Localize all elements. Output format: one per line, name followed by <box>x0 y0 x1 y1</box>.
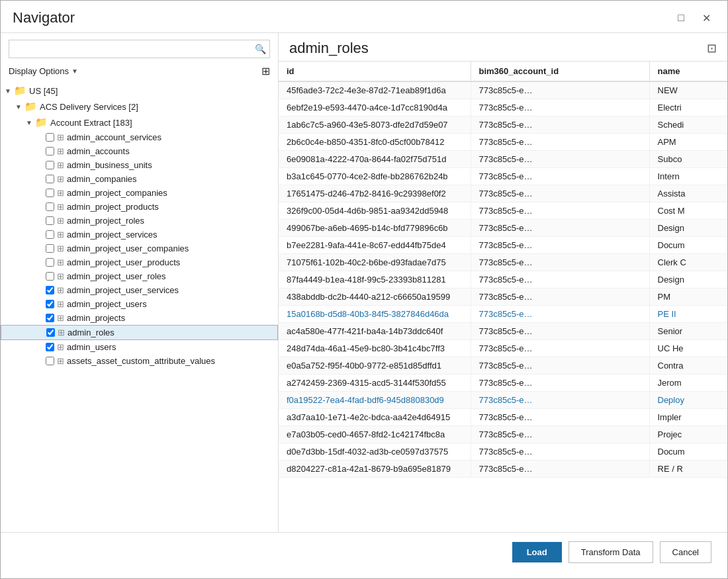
tree-item-admin_project_companies[interactable]: ⊞admin_project_companies <box>1 186 278 200</box>
col-header-bim360_account_id: bim360_account_id <box>471 62 649 81</box>
tree-item-admin_users[interactable]: ⊞admin_users <box>1 340 278 354</box>
table-icon: ⊞ <box>57 244 64 253</box>
cell-name: Docum <box>649 237 727 254</box>
checkbox-admin_roles[interactable] <box>46 328 55 337</box>
tree-item-label: admin_users <box>67 342 116 352</box>
cell-bim360_account_id: 773c85c5-e… <box>471 168 649 185</box>
tree-item-account_extract[interactable]: ▼📁Account Extract [183] <box>1 114 278 130</box>
cell-bim360_account_id: 773c85c5-e… <box>471 340 649 357</box>
checkbox-admin_project_companies[interactable] <box>46 189 54 197</box>
checkbox-admin_project_roles[interactable] <box>46 216 54 225</box>
table-row[interactable]: f0a19522-7ea4-4fad-bdf6-945d880830d9773c… <box>279 392 727 409</box>
title-bar: Navigator □ ✕ <box>1 1 727 32</box>
collapse-icon[interactable]: ▼ <box>26 119 35 126</box>
cell-name: PM <box>649 289 727 306</box>
table-icon: ⊞ <box>57 271 64 281</box>
table-row[interactable]: a3d7aa10-1e71-4e2c-bdca-aa42e4d64915773c… <box>279 409 727 426</box>
tree-item-admin_project_user_products[interactable]: ⊞admin_project_user_products <box>1 255 278 269</box>
table-icon: ⊞ <box>57 202 64 212</box>
tree-item-admin_companies[interactable]: ⊞admin_companies <box>1 172 278 186</box>
table-row[interactable]: 45f6ade3-72c2-4e3e-87d2-71eab89f1d6a773c… <box>279 81 727 99</box>
tree-item-admin_project_user_services[interactable]: ⊞admin_project_user_services <box>1 283 278 297</box>
cell-id: 6ebf2e19-e593-4470-a4ce-1d7cc8190d4a <box>279 99 471 116</box>
table-row[interactable]: 71075f61-102b-40c2-b6be-d93fadae7d75773c… <box>279 254 727 271</box>
table-row[interactable]: 326f9c00-05d4-4d6b-9851-aa9342dd5948773c… <box>279 202 727 220</box>
checkbox-admin_project_users[interactable] <box>46 300 54 308</box>
checkbox-admin_projects[interactable] <box>46 314 54 322</box>
table-row[interactable]: b3a1c645-0770-4ce2-8dfe-bb286762b24b773c… <box>279 168 727 185</box>
table-row[interactable]: 87fa4449-b1ea-418f-99c5-23393b811281773c… <box>279 271 727 289</box>
checkbox-admin_project_services[interactable] <box>46 230 54 239</box>
table-row[interactable]: 248d74da-46a1-45e9-bc80-3b41c4bc7ff3773c… <box>279 340 727 357</box>
table-icon: ⊞ <box>57 356 64 366</box>
table-row[interactable]: 6ebf2e19-e593-4470-a4ce-1d7cc8190d4a773c… <box>279 99 727 116</box>
tree-item-admin_project_products[interactable]: ⊞admin_project_products <box>1 200 278 214</box>
tree-item-admin_project_services[interactable]: ⊞admin_project_services <box>1 228 278 242</box>
minimize-button[interactable]: □ <box>672 9 690 27</box>
tree-item-us[interactable]: ▼📁US [45] <box>1 83 278 99</box>
checkbox-admin_project_user_companies[interactable] <box>46 244 54 253</box>
tree-item-admin_project_user_companies[interactable]: ⊞admin_project_user_companies <box>1 242 278 255</box>
collapse-icon[interactable]: ▼ <box>5 87 14 95</box>
cell-id: b3a1c645-0770-4ce2-8dfe-bb286762b24b <box>279 168 471 185</box>
table-row[interactable]: d0e7d3bb-15df-4032-ad3b-ce0597d37575773c… <box>279 443 727 461</box>
search-icon: 🔍 <box>255 44 266 54</box>
table-row[interactable]: e0a5a752-f95f-40b0-9772-e851d85dffd1773c… <box>279 357 727 375</box>
cancel-button[interactable]: Cancel <box>660 541 711 563</box>
display-options-button[interactable]: Display Options ▼ <box>9 66 78 76</box>
checkbox-admin_users[interactable] <box>46 343 54 351</box>
cell-bim360_account_id: 773c85c5-e… <box>471 185 649 202</box>
tree-area: ▼📁US [45]▼📁ACS Delivery Services [2]▼📁Ac… <box>1 80 278 532</box>
table-row[interactable]: b7ee2281-9afa-441e-8c67-edd44fb75de4773c… <box>279 237 727 254</box>
checkbox-assets_asset_custom_attribute_values[interactable] <box>46 357 54 365</box>
table-row[interactable]: 499067be-a6eb-4695-b14c-bfd779896c6b773c… <box>279 220 727 237</box>
checkbox-admin_project_user_services[interactable] <box>46 286 54 294</box>
table-row[interactable]: 17651475-d246-47b2-8416-9c29398ef0f2773c… <box>279 185 727 202</box>
cell-bim360_account_id: 773c85c5-e… <box>471 426 649 443</box>
table-row[interactable]: a2742459-2369-4315-acd5-3144f530fd55773c… <box>279 375 727 392</box>
checkbox-admin_business_units[interactable] <box>46 161 54 169</box>
checkbox-admin_companies[interactable] <box>46 175 54 183</box>
tree-item-label: admin_project_services <box>67 230 158 240</box>
tree-item-admin_accounts[interactable]: ⊞admin_accounts <box>1 144 278 158</box>
table-row[interactable]: 6e09081a-4222-470a-8644-fa02f75d751d773c… <box>279 151 727 168</box>
tree-item-label: admin_project_roles <box>67 216 144 226</box>
preview-icon[interactable]: ⊡ <box>707 41 717 56</box>
cell-bim360_account_id: 773c85c5-e… <box>471 392 649 409</box>
tree-item-admin_project_roles[interactable]: ⊞admin_project_roles <box>1 214 278 228</box>
checkbox-admin_project_products[interactable] <box>46 202 54 211</box>
close-button[interactable]: ✕ <box>697 9 715 27</box>
cell-bim360_account_id: 773c85c5-e… <box>471 271 649 289</box>
table-row[interactable]: e7a03b05-ced0-4657-8fd2-1c42174fbc8a773c… <box>279 426 727 443</box>
cell-name: RE / R <box>649 461 727 478</box>
checkbox-admin_accounts[interactable] <box>46 147 54 156</box>
tree-item-admin_projects[interactable]: ⊞admin_projects <box>1 311 278 325</box>
col-header-id: id <box>279 62 471 81</box>
tree-item-admin_project_users[interactable]: ⊞admin_project_users <box>1 297 278 311</box>
cell-bim360_account_id: 773c85c5-e… <box>471 81 649 99</box>
tree-item-admin_business_units[interactable]: ⊞admin_business_units <box>1 158 278 172</box>
tree-item-admin_account_services[interactable]: ⊞admin_account_services <box>1 130 278 144</box>
cell-id: 248d74da-46a1-45e9-bc80-3b41c4bc7ff3 <box>279 340 471 357</box>
tree-item-admin_roles[interactable]: ⊞admin_roles <box>1 325 278 340</box>
tree-item-assets_asset_custom_attribute_values[interactable]: ⊞assets_asset_custom_attribute_values <box>1 354 278 368</box>
cell-id: 15a0168b-d5d8-40b3-84f5-3827846d46da <box>279 306 471 323</box>
table-row[interactable]: ac4a580e-477f-421f-ba4a-14b73ddc640f773c… <box>279 323 727 340</box>
load-button[interactable]: Load <box>512 542 562 562</box>
transform-data-button[interactable]: Transform Data <box>569 541 653 563</box>
table-row[interactable]: 1ab6c7c5-a960-43e5-8073-dfe2d7d59e07773c… <box>279 116 727 134</box>
search-input[interactable] <box>9 40 270 58</box>
checkbox-admin_project_user_products[interactable] <box>46 258 54 267</box>
collapse-icon[interactable]: ▼ <box>15 103 24 111</box>
checkbox-admin_account_services[interactable] <box>46 133 54 142</box>
tree-item-acs[interactable]: ▼📁ACS Delivery Services [2] <box>1 99 278 114</box>
table-row[interactable]: 15a0168b-d5d8-40b3-84f5-3827846d46da773c… <box>279 306 727 323</box>
table-row[interactable]: 2b6c0c4e-b850-4351-8fc0-d5cf00b78412773c… <box>279 134 727 151</box>
table-row[interactable]: d8204227-c81a-42a1-8679-b9a695e81879773c… <box>279 461 727 478</box>
checkbox-admin_project_user_roles[interactable] <box>46 272 54 281</box>
table-icon: ⊞ <box>57 132 64 142</box>
tree-item-admin_project_user_roles[interactable]: ⊞admin_project_user_roles <box>1 269 278 283</box>
cell-id: 6e09081a-4222-470a-8644-fa02f75d751d <box>279 151 471 168</box>
table-row[interactable]: 438abddb-dc2b-4440-a212-c66650a19599773c… <box>279 289 727 306</box>
select-all-button[interactable]: ⊞ <box>261 65 270 77</box>
